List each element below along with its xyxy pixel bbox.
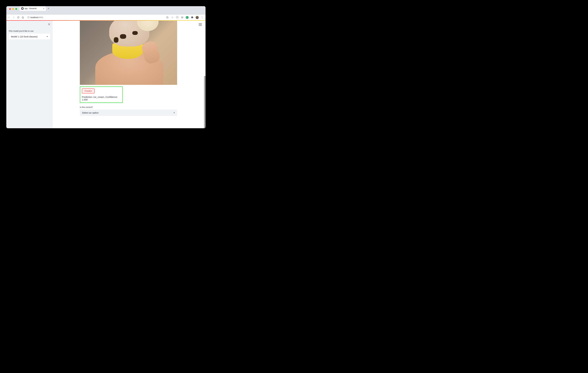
- address-bar[interactable]: ⓘ localhost:8501: [26, 16, 164, 19]
- window-controls: [8, 8, 18, 11]
- reload-button[interactable]: [17, 16, 20, 19]
- scrollbar-thumb[interactable]: [204, 76, 206, 128]
- back-button[interactable]: [8, 16, 10, 19]
- content-column: Predict Prediction: ice_cream, Confidenc…: [80, 20, 177, 116]
- extensions-icon[interactable]: [191, 16, 193, 19]
- close-window-button[interactable]: [9, 8, 11, 10]
- prediction-highlight-box: Predict Prediction: ice_cream, Confidenc…: [80, 86, 123, 103]
- minimize-window-button[interactable]: [12, 8, 14, 10]
- toolbar-right: ☆ ⓘ ⋮: [166, 16, 204, 19]
- forward-button[interactable]: [12, 16, 15, 19]
- maximize-window-button[interactable]: [15, 8, 17, 10]
- scrollbar[interactable]: [204, 76, 206, 128]
- new-tab-button[interactable]: +: [47, 7, 51, 11]
- loading-progress-bar: [6, 20, 206, 21]
- chevron-down-icon: ▼: [46, 36, 48, 37]
- browser-tab[interactable]: app · Streamlit ×: [20, 6, 46, 11]
- uploaded-image: [80, 20, 177, 85]
- zoom-icon[interactable]: [166, 16, 169, 19]
- tab-title: app · Streamlit: [25, 7, 42, 10]
- grammarly-extension-icon[interactable]: [186, 16, 189, 19]
- bookmark-icon[interactable]: ☆: [171, 16, 174, 19]
- profile-avatar[interactable]: [196, 16, 199, 19]
- app-body: ✕ Pick model you'd like to use Model 1 (…: [6, 20, 206, 128]
- sidebar-close-icon[interactable]: ✕: [48, 22, 51, 26]
- url-port: :8501: [38, 16, 43, 19]
- svg-line-2: [168, 18, 168, 18]
- predict-button[interactable]: Predict: [82, 88, 95, 93]
- browser-toolbar: ⓘ localhost:8501 ☆ ⓘ ⋮: [6, 15, 206, 20]
- feedback-label: Is this correct?: [80, 106, 177, 108]
- tab-strip: app · Streamlit × +: [6, 6, 206, 11]
- main-content: Predict Prediction: ice_cream, Confidenc…: [53, 20, 206, 128]
- svg-point-1: [167, 17, 168, 18]
- url-host: localhost: [31, 16, 38, 19]
- close-tab-icon[interactable]: ×: [43, 7, 44, 10]
- home-button[interactable]: [21, 16, 24, 19]
- pocket-extension-icon[interactable]: [181, 16, 184, 19]
- model-select[interactable]: Model 1 (10 food classes) ▼: [9, 34, 50, 39]
- site-info-icon[interactable]: ⓘ: [27, 16, 30, 19]
- feedback-select-value: Select an option: [82, 111, 99, 114]
- app-menu-icon[interactable]: [199, 23, 202, 26]
- prediction-result-text: Prediction: ice_cream, Confidence: 1.000: [82, 95, 121, 101]
- model-select-label: Pick model you'd like to use: [9, 30, 50, 32]
- chevron-down-icon: ▼: [173, 112, 175, 114]
- svg-point-0: [22, 8, 23, 9]
- tab-favicon-icon: [21, 7, 24, 10]
- feedback-select[interactable]: Select an option ▼: [80, 110, 177, 116]
- sidebar: ✕ Pick model you'd like to use Model 1 (…: [6, 20, 53, 128]
- info-extension-icon[interactable]: ⓘ: [176, 16, 179, 19]
- browser-window: app · Streamlit × + ⓘ localhost:8501: [6, 6, 206, 128]
- model-select-value: Model 1 (10 food classes): [11, 35, 38, 38]
- browser-menu-icon[interactable]: ⋮: [201, 16, 203, 19]
- browser-chrome: app · Streamlit × +: [6, 6, 206, 15]
